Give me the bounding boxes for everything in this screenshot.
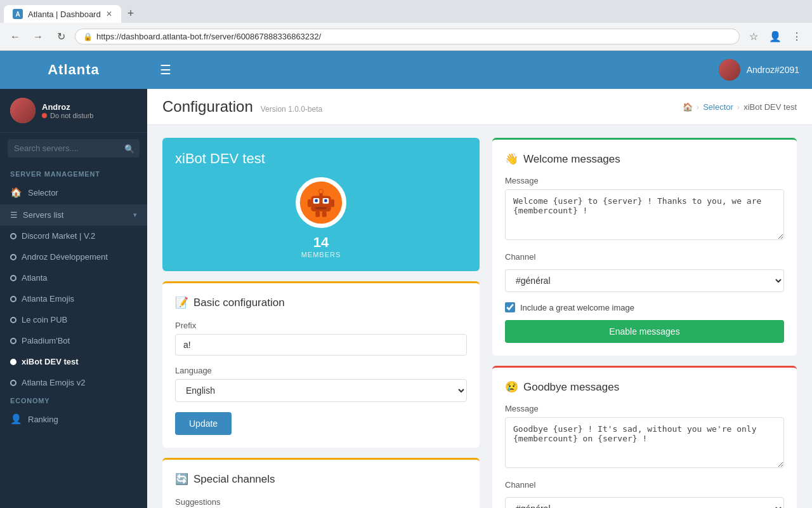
welcome-image-checkbox[interactable] (505, 302, 515, 312)
tab-favicon: A (13, 9, 23, 19)
server-avatar (296, 177, 346, 228)
server-management-label: SERVER MANAGEMENT (0, 164, 147, 180)
back-button[interactable]: ← (6, 28, 24, 46)
breadcrumb-home-icon: 🏠 (683, 102, 693, 112)
server-search-container: 🔍 (0, 133, 147, 164)
welcome-message-label: Message (505, 176, 784, 185)
status-dot (42, 113, 47, 118)
language-select[interactable]: English French Spanish German (175, 379, 467, 402)
url-bar[interactable]: 🔒 https://dashboard.atlanta-bot.fr/serve… (75, 29, 740, 44)
list-icon: ☰ (10, 210, 18, 220)
ranking-label: Ranking (28, 415, 58, 424)
server-dot (10, 296, 16, 302)
server-item-discord-market[interactable]: Discord Market | V.2 (0, 225, 147, 246)
goodbye-channel-group: Channel #général #goodbye #general (505, 480, 784, 508)
server-item-left: Atlanta Emojis v2 (10, 378, 85, 387)
welcome-message-group: Message Welcome {user} to {server} ! Tha… (505, 176, 784, 242)
tab-close-button[interactable]: ✕ (106, 10, 112, 18)
language-group: Language English French Spanish German (175, 366, 467, 402)
welcome-channel-label: Channel (505, 252, 784, 262)
welcome-message-textarea[interactable]: Welcome {user} to {server} ! Thanks to y… (505, 189, 784, 240)
hamburger-icon[interactable]: ☰ (160, 62, 171, 77)
server-item-le-coin-pub[interactable]: Le coin PUB (0, 309, 147, 330)
server-item-left: Paladium'Bot (10, 336, 70, 345)
server-name: xiBot DEV test (22, 357, 79, 366)
enable-welcome-messages-button[interactable]: Enable messages (505, 320, 784, 343)
search-wrap: 🔍 (8, 139, 140, 157)
sidebar: Atlanta Androz Do not disturb 🔍 SERVER M… (0, 51, 147, 508)
server-robot-icon (299, 180, 343, 225)
server-item-atlanta[interactable]: Atlanta (0, 267, 147, 288)
selector-label: Selector (28, 188, 58, 197)
welcome-image-label: Include a great welcome image (520, 303, 634, 312)
breadcrumb-current: xiBot DEV test (743, 102, 797, 112)
suggestions-label: Suggestions (175, 497, 467, 507)
server-card-inner: xiBot DEV test (162, 138, 480, 271)
update-button[interactable]: Update (175, 412, 232, 435)
new-tab-button[interactable]: + (121, 3, 141, 24)
goodbye-channel-select[interactable]: #général #goodbye #general (505, 497, 784, 508)
home-icon: 🏠 (10, 187, 22, 198)
svg-rect-6 (315, 207, 327, 210)
content-left: xiBot DEV test (162, 138, 480, 508)
sidebar-brand: Atlanta (0, 51, 147, 89)
member-label: MEMBERS (301, 251, 341, 258)
server-item-atlanta-emojis-v2[interactable]: Atlanta Emojis v2 (0, 372, 147, 393)
basic-config-title: 📝 Basic configuration (175, 296, 467, 309)
user-status: Do not disturb (42, 112, 93, 119)
browser-tabs: A Atlanta | Dashboard ✕ + (0, 0, 812, 23)
welcome-messages-panel: 👋 Welcome messages Message Welcome {user… (492, 138, 797, 356)
lock-icon: 🔒 (83, 32, 93, 41)
menu-button[interactable]: ⋮ (788, 28, 806, 46)
search-icon: 🔍 (124, 144, 134, 153)
app-container: Atlanta Androz Do not disturb 🔍 SERVER M… (0, 51, 812, 508)
server-dot-active (10, 359, 16, 365)
server-dot (10, 254, 16, 260)
server-item-left: Atlanta (10, 273, 47, 283)
welcome-image-checkbox-row: Include a great welcome image (505, 302, 784, 312)
server-dot (10, 380, 16, 386)
content-right: 👋 Welcome messages Message Welcome {user… (492, 138, 797, 508)
basic-config-section: 📝 Basic configuration Prefix Language En… (162, 281, 480, 448)
server-name: Discord Market | V.2 (22, 231, 95, 241)
profile-button[interactable]: 👤 (766, 28, 784, 46)
server-item-xibot-dev[interactable]: xiBot DEV test (0, 351, 147, 372)
goodbye-message-textarea[interactable]: Goodbye {user} ! It's sad, without you w… (505, 417, 784, 468)
forward-button[interactable]: → (29, 28, 47, 46)
page-title-area: Configuration Version 1.0.0-beta (162, 98, 322, 116)
economy-label: ECONOMY (0, 393, 147, 407)
content-body: xiBot DEV test (147, 125, 812, 508)
prefix-group: Prefix (175, 321, 467, 356)
sad-icon: 😢 (505, 380, 518, 394)
sidebar-item-ranking[interactable]: 👤 Ranking (0, 407, 147, 431)
active-tab[interactable]: A Atlanta | Dashboard ✕ (4, 5, 121, 23)
server-dot (10, 233, 16, 239)
server-item-paladium-bot[interactable]: Paladium'Bot (0, 330, 147, 351)
servers-sub-list: Discord Market | V.2 Androz Développemen… (0, 225, 147, 393)
server-dot (10, 317, 16, 323)
search-input[interactable] (8, 139, 140, 157)
sidebar-item-servers-list[interactable]: ☰ Servers list ▾ (0, 204, 147, 225)
server-card-title: xiBot DEV test (175, 150, 265, 167)
brand-name: Atlanta (48, 62, 100, 78)
server-item-androz-dev[interactable]: Androz Développement (0, 246, 147, 267)
server-card: xiBot DEV test (162, 138, 480, 271)
sidebar-item-selector[interactable]: 🏠 Selector (0, 180, 147, 204)
welcome-channel-select[interactable]: #général #welcome #general (505, 269, 784, 292)
goodbye-message-label: Message (505, 404, 784, 413)
reload-button[interactable]: ↻ (52, 28, 70, 46)
prefix-input[interactable] (175, 334, 467, 356)
bookmark-button[interactable]: ☆ (745, 28, 763, 46)
welcome-channel-group: Channel #général #welcome #general (505, 252, 784, 292)
server-name: Atlanta Emojis v2 (22, 378, 85, 387)
suggestions-group: Suggestions (175, 497, 467, 508)
header-user: Androz#2091 (719, 59, 799, 81)
breadcrumb-selector-link[interactable]: Selector (703, 102, 733, 112)
server-item-atlanta-emojis[interactable]: Atlanta Emojis (0, 288, 147, 309)
avatar-image (10, 98, 36, 123)
svg-rect-4 (315, 199, 317, 202)
avatar (10, 98, 36, 123)
svg-rect-11 (315, 211, 320, 217)
member-count: 14 (313, 234, 329, 251)
server-name: Paladium'Bot (22, 336, 70, 345)
